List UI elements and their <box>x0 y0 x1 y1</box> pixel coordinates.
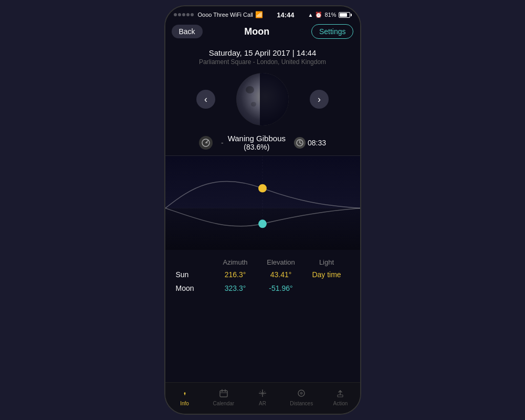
tab-calendar-label: Calendar <box>213 401 235 406</box>
svg-rect-7 <box>165 156 360 208</box>
ar-icon <box>258 388 267 400</box>
distances-icon <box>297 388 306 400</box>
battery-percent: 81% <box>324 12 336 18</box>
phase-text-block: Waning Gibbous (83.6%) <box>228 134 286 151</box>
info-icon <box>180 388 190 400</box>
sun-row: Sun 216.3° 43.41° Day time <box>176 270 350 279</box>
status-left: Oooo Three WiFi Call 📶 <box>174 11 264 18</box>
alarm-icon: ⏰ <box>315 12 322 18</box>
moon-elevation: -51.96° <box>258 284 304 292</box>
table-header: Azimuth Elevation Light <box>176 258 350 266</box>
tab-calendar[interactable]: Calendar <box>204 383 243 412</box>
tab-distances[interactable]: Distances <box>282 383 321 412</box>
phone-frame: Oooo Three WiFi Call 📶 14:44 ▲ ⏰ 81% Bac… <box>164 5 361 415</box>
col-header-empty <box>176 258 213 266</box>
phase-dash: - <box>221 139 224 147</box>
chart-section <box>165 155 360 250</box>
moon-crater-2 <box>251 102 256 107</box>
sun-azimuth: 216.3° <box>213 270 258 279</box>
moon-shadow <box>260 73 289 125</box>
tab-info[interactable]: Info <box>165 383 204 412</box>
elevation-chart <box>165 156 360 250</box>
tab-bar: Info Calendar <box>165 382 360 414</box>
phase-arrow-icon <box>199 136 213 150</box>
col-header-elevation: Elevation <box>258 258 304 266</box>
moonrise-time: 08:33 <box>308 139 326 147</box>
signal-dot-4 <box>186 13 190 16</box>
status-time: 14:44 <box>277 11 294 19</box>
signal-dot-1 <box>174 13 177 16</box>
next-day-button[interactable]: › <box>310 90 329 109</box>
tab-distances-label: Distances <box>290 401 313 406</box>
settings-button[interactable]: Settings <box>311 24 354 39</box>
status-bar: Oooo Three WiFi Call 📶 14:44 ▲ ⏰ 81% <box>165 6 360 21</box>
location-icon: ▲ <box>308 12 313 18</box>
svg-rect-26 <box>338 395 343 397</box>
signal-dot-3 <box>182 13 185 16</box>
calendar-icon <box>219 388 228 400</box>
data-table: Azimuth Elevation Light Sun 216.3° 43.41… <box>165 250 360 302</box>
battery-icon <box>339 12 352 18</box>
location-display: Parliament Square - London, United Kingd… <box>176 58 350 66</box>
sun-label: Sun <box>176 270 213 279</box>
moon-circle <box>236 73 289 125</box>
moon-row: Moon 323.3° -51.96° <box>176 284 350 292</box>
signal-dot-2 <box>178 13 181 16</box>
main-content: Saturday, 15 April 2017 | 14:44 Parliame… <box>165 43 360 382</box>
col-header-light: Light <box>304 258 350 266</box>
sun-elevation: 43.41° <box>258 270 304 279</box>
moon-image <box>236 73 289 125</box>
moon-label: Moon <box>176 284 213 292</box>
tab-action[interactable]: Action <box>321 383 360 412</box>
moon-crater-1 <box>246 86 254 93</box>
moonrise-icon <box>294 137 306 149</box>
phase-percent: (83.6%) <box>228 143 286 151</box>
svg-line-5 <box>300 143 301 144</box>
phase-info: - Waning Gibbous (83.6%) 08:33 <box>165 131 360 155</box>
tab-action-label: Action <box>333 401 348 406</box>
sun-light: Day time <box>304 270 350 279</box>
status-right: ▲ ⏰ 81% <box>308 12 352 18</box>
moon-section: ‹ › <box>165 68 360 131</box>
prev-day-button[interactable]: ‹ <box>196 90 215 109</box>
moon-azimuth: 323.3° <box>213 284 258 292</box>
svg-point-10 <box>258 219 267 228</box>
svg-rect-14 <box>220 391 227 397</box>
phase-name: Waning Gibbous <box>228 134 286 143</box>
tab-ar-label: AR <box>259 401 266 406</box>
tab-ar[interactable]: AR <box>243 383 282 412</box>
date-section: Saturday, 15 April 2017 | 14:44 Parliame… <box>165 43 360 68</box>
moonrise-time-block: 08:33 <box>294 137 326 149</box>
navigation-bar: Back Moon Settings <box>165 21 360 43</box>
carrier-label: Oooo Three WiFi Call <box>198 12 254 18</box>
tab-info-label: Info <box>180 401 189 406</box>
page-title: Moon <box>244 26 269 37</box>
svg-point-24 <box>301 393 302 394</box>
signal-dots <box>174 13 194 16</box>
signal-dot-5 <box>191 13 194 16</box>
action-icon <box>335 388 345 400</box>
wifi-icon: 📶 <box>255 11 263 18</box>
back-button[interactable]: Back <box>172 25 203 38</box>
col-header-azimuth: Azimuth <box>213 258 258 266</box>
svg-rect-8 <box>165 208 360 250</box>
date-display: Saturday, 15 April 2017 | 14:44 <box>176 48 350 57</box>
